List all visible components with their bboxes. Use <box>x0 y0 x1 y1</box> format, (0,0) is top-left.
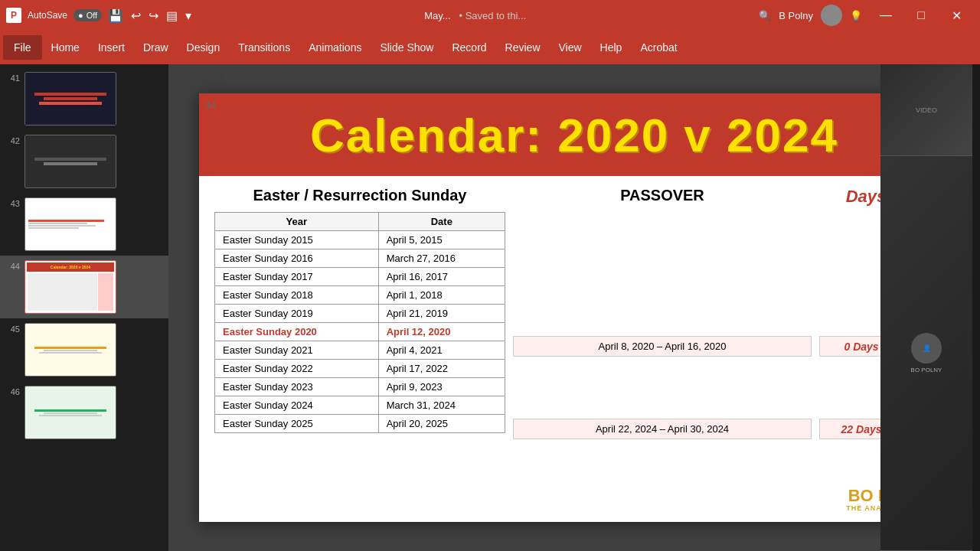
filename: May... • Saved to thi... <box>198 10 753 21</box>
autosave-state: Off <box>87 11 97 20</box>
titlebar: P AutoSave ● Off 💾 ↩ ↪ ▤ ▾ May... • Save… <box>0 0 980 31</box>
passover-2024-row: April 22, 2024 – April 30, 2024 22 Days … <box>513 419 934 439</box>
present-icon[interactable]: ▤ <box>166 8 178 23</box>
search-icon[interactable]: 🔍 <box>759 10 771 21</box>
main-layout: 41 42 43 <box>0 64 980 551</box>
menu-review[interactable]: Review <box>496 35 550 60</box>
menu-help[interactable]: Help <box>591 35 632 60</box>
slide-thumb-41[interactable]: 41 <box>0 67 168 130</box>
menu-slideshow[interactable]: Slide Show <box>371 35 443 60</box>
video-panel: VIDEO 👤 BO POLNY <box>880 64 980 551</box>
table-row: Easter Sunday 2021 April 4, 2021 <box>215 341 505 360</box>
autosave-label: AutoSave <box>28 10 67 21</box>
username: B Polny <box>779 10 813 21</box>
table-row: Easter Sunday 2018 April 1, 2018 <box>215 286 505 305</box>
col-year: Year <box>215 213 379 231</box>
maximize-button[interactable]: □ <box>903 0 939 31</box>
lightbulb-icon[interactable]: 💡 <box>850 10 862 21</box>
toolbar-icons: 💾 ↩ ↪ ▤ ▾ <box>108 8 191 23</box>
window-controls: — □ ✕ <box>868 0 974 31</box>
undo-icon[interactable]: ↩ <box>131 8 141 23</box>
avatar <box>821 5 842 26</box>
table-row: Easter Sunday 2023 April 9, 2023 <box>215 378 505 396</box>
table-row: Easter Sunday 2016 March 27, 2016 <box>215 249 505 268</box>
menu-insert[interactable]: Insert <box>89 35 134 60</box>
slide-thumb-44[interactable]: 44 Calendar: 2020 v 2024 <box>0 256 168 318</box>
slide-thumb-43[interactable]: 43 <box>0 193 168 256</box>
slide-panel: 41 42 43 <box>0 64 168 551</box>
table-row: Easter Sunday 2025 April 20, 2025 <box>215 415 505 433</box>
easter-table: Year Date Easter Sunday 2015 April 5, 20… <box>214 212 505 433</box>
menu-animations[interactable]: Animations <box>299 35 371 60</box>
minimize-button[interactable]: — <box>868 0 903 31</box>
passover-title: PASSOVER <box>513 187 812 204</box>
passover-2020-row: April 8, 2020 – April 16, 2020 0 Days Ap… <box>513 336 934 357</box>
video-thumb-bottom: 👤 BO POLNY <box>880 156 972 551</box>
menu-home[interactable]: Home <box>42 35 89 60</box>
table-row-2020: Easter Sunday 2020 April 12, 2020 <box>215 323 505 341</box>
right-section: PASSOVER Days Apart <box>513 187 934 514</box>
menu-draw[interactable]: Draw <box>134 35 178 60</box>
passover-2024-dates: April 22, 2024 – April 30, 2024 <box>513 419 812 439</box>
menu-view[interactable]: View <box>550 35 591 60</box>
app-logo: P <box>6 8 21 23</box>
slide-thumb-46[interactable]: 46 <box>0 381 168 444</box>
table-row-2024: Easter Sunday 2024 March 31, 2024 <box>215 396 505 415</box>
slide-number: 44 <box>205 99 216 111</box>
slide-thumb-42[interactable]: 42 <box>0 130 168 193</box>
slide-header-banner: Calendar: 2020 v 2024 <box>199 93 949 176</box>
table-section: Easter / Resurrection Sunday Year Date E… <box>214 187 505 514</box>
slide-thumb-45[interactable]: 45 <box>0 318 168 381</box>
menubar: File Home Insert Draw Design Transitions… <box>0 31 980 64</box>
col-date: Date <box>378 213 505 231</box>
menu-acrobat[interactable]: Acrobat <box>631 35 686 60</box>
table-row: Easter Sunday 2017 April 16, 2017 <box>215 268 505 286</box>
slide-title: Calendar: 2020 v 2024 <box>310 108 838 162</box>
table-row: Easter Sunday 2022 April 17, 2022 <box>215 360 505 378</box>
menu-file[interactable]: File <box>3 35 42 60</box>
table-row: Easter Sunday 2015 April 5, 2015 <box>215 231 505 249</box>
menu-design[interactable]: Design <box>178 35 230 60</box>
passover-2020-dates: April 8, 2020 – April 16, 2020 <box>513 336 812 357</box>
more-icon[interactable]: ▾ <box>185 8 191 23</box>
left-section-title: Easter / Resurrection Sunday <box>214 187 505 204</box>
slide-canvas: 44 Calendar: 2020 v 2024 Easter / Resurr… <box>199 93 949 522</box>
close-button[interactable]: ✕ <box>939 0 974 31</box>
menu-record[interactable]: Record <box>443 35 495 60</box>
table-row: Easter Sunday 2019 April 21, 2019 <box>215 305 505 323</box>
menu-transitions[interactable]: Transitions <box>229 35 299 60</box>
content-area: 44 Calendar: 2020 v 2024 Easter / Resurr… <box>168 64 980 551</box>
titlebar-right: 🔍 B Polny 💡 <box>759 5 862 26</box>
redo-icon[interactable]: ↪ <box>149 8 158 23</box>
video-thumb-top: VIDEO <box>880 64 972 156</box>
autosave-toggle[interactable]: ● Off <box>74 9 102 21</box>
save-icon[interactable]: 💾 <box>108 8 123 23</box>
